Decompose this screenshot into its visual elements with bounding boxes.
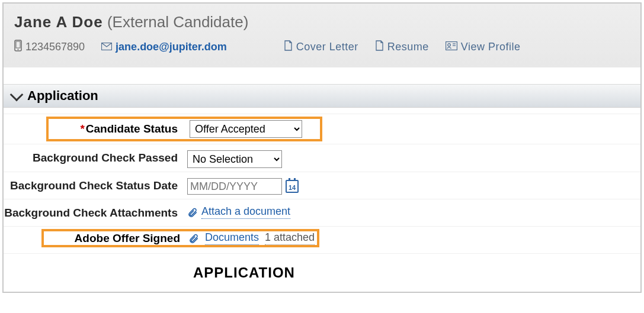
candidate-status-label: Candidate Status (86, 122, 178, 135)
document-icon (375, 40, 384, 54)
resume-text: Resume (387, 41, 429, 53)
view-profile-link[interactable]: View Profile (446, 41, 521, 53)
candidate-name-line: Jane A Doe (External Candidate) (14, 13, 630, 31)
highlight-candidate-status: *Candidate Status Offer Accepted (47, 118, 321, 140)
svg-point-2 (18, 49, 19, 50)
candidate-name: Jane A Doe (14, 13, 103, 31)
bg-check-date-input[interactable] (187, 178, 282, 195)
bg-check-date-label: Background Check Status Date (4, 176, 187, 192)
paperclip-icon (188, 233, 199, 244)
phone-number: 1234567890 (25, 41, 85, 53)
calendar-icon[interactable]: 14 (286, 180, 299, 193)
phone-icon (14, 40, 22, 54)
adobe-offer-label: Adobe Offer Signed (75, 232, 180, 244)
row-bg-check-date: Background Check Status Date 14 (4, 172, 640, 199)
paperclip-icon (187, 207, 198, 218)
document-icon (284, 40, 293, 54)
email-icon (101, 41, 112, 53)
view-profile-text: View Profile (461, 41, 521, 53)
attach-document-link[interactable]: Attach a document (201, 205, 290, 219)
phone-display: 1234567890 (14, 40, 85, 54)
row-bg-check-attachments: Background Check Attachments Attach a do… (4, 199, 640, 226)
row-candidate-status: *Candidate Status Offer Accepted (4, 114, 640, 144)
email-text: jane.doe@jupiter.dom (116, 41, 227, 53)
cover-letter-link[interactable]: Cover Letter (284, 40, 358, 54)
cover-letter-text: Cover Letter (296, 41, 358, 53)
bg-check-attach-label: Background Check Attachments (4, 203, 187, 220)
bg-check-passed-select[interactable]: No Selection (187, 150, 282, 168)
profile-icon (446, 41, 457, 53)
highlight-adobe-offer: Adobe Offer Signed Documents 1 attached (43, 230, 318, 246)
section-title: Application (27, 88, 98, 104)
candidate-type: (External Candidate) (107, 13, 248, 31)
attached-count: 1 attached (265, 231, 315, 245)
resume-link[interactable]: Resume (375, 40, 429, 54)
application-form: *Candidate Status Offer Accepted Backgro… (4, 108, 640, 292)
candidate-status-select[interactable]: Offer Accepted (190, 120, 302, 138)
bg-check-passed-label: Background Check Passed (4, 148, 187, 164)
documents-link[interactable]: Documents (205, 231, 259, 245)
email-link[interactable]: jane.doe@jupiter.dom (101, 41, 227, 53)
candidate-header: Jane A Doe (External Candidate) 12345678… (4, 4, 640, 67)
contact-row: 1234567890 jane.doe@jupiter.dom Cover Le… (14, 40, 630, 54)
chevron-down-icon (10, 88, 24, 102)
required-asterisk: * (80, 122, 84, 135)
svg-point-5 (447, 44, 450, 47)
section-header-application[interactable]: Application (4, 84, 640, 108)
row-adobe-offer-signed: Adobe Offer Signed Documents 1 attached (4, 226, 640, 253)
row-bg-check-passed: Background Check Passed No Selection (4, 144, 640, 172)
svg-rect-1 (16, 41, 20, 48)
application-subheading: APPLICATION (4, 253, 640, 292)
